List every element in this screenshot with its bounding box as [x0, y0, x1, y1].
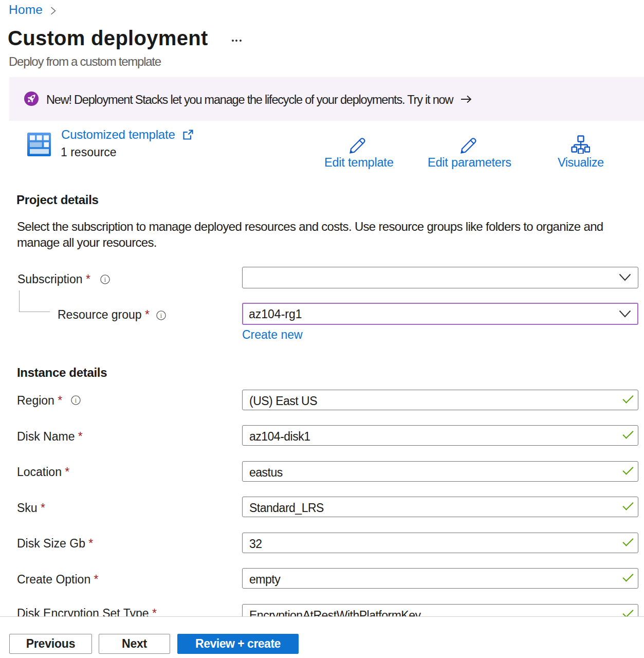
- svg-text:i: i: [75, 397, 77, 404]
- svg-text:i: i: [160, 312, 162, 319]
- svg-text:i: i: [104, 276, 106, 283]
